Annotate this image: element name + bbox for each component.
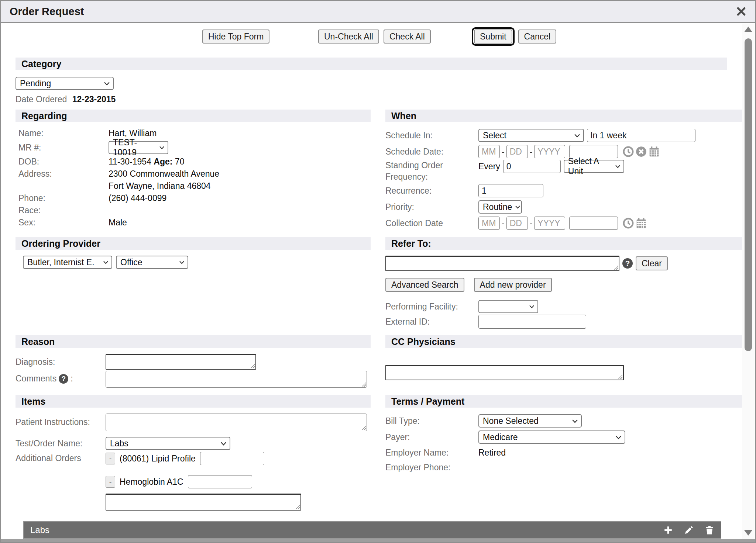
- phone-value: (260) 444-0099: [109, 193, 166, 203]
- name-label: Name:: [18, 128, 109, 138]
- test-order-select[interactable]: Labs: [106, 437, 230, 450]
- help-icon[interactable]: ?: [59, 374, 68, 384]
- standing-order-frequency-label: Standing OrderFrequency:: [385, 160, 478, 183]
- comments-textarea[interactable]: [106, 371, 367, 388]
- schedule-in-select[interactable]: Select: [478, 129, 584, 142]
- bill-type-value: None Selected: [483, 416, 539, 426]
- priority-label: Priority:: [385, 202, 478, 212]
- check-all-button[interactable]: Check All: [384, 30, 431, 44]
- close-button[interactable]: [736, 6, 746, 17]
- collection-date-dd-input[interactable]: [506, 217, 528, 230]
- items-header: Items: [16, 395, 371, 408]
- every-input[interactable]: [503, 160, 561, 173]
- title-bar: Order Request: [1, 1, 755, 23]
- refer-to-input[interactable]: [385, 256, 619, 271]
- phone-label: Phone:: [18, 193, 109, 203]
- external-id-input[interactable]: [478, 315, 586, 329]
- date-separator: -: [502, 147, 505, 157]
- hide-top-form-button[interactable]: Hide Top Form: [202, 30, 269, 44]
- payer-value: Medicare: [483, 432, 518, 442]
- labs-panel-header: Labs: [24, 522, 721, 539]
- collection-date-yyyy-input[interactable]: [534, 217, 565, 230]
- clear-date-icon[interactable]: [636, 146, 647, 157]
- schedule-in-label: Schedule In:: [385, 131, 478, 141]
- schedule-in-text-input[interactable]: [587, 129, 695, 142]
- help-icon[interactable]: ?: [622, 258, 633, 269]
- cancel-button[interactable]: Cancel: [518, 30, 557, 44]
- dialog-title: Order Request: [10, 6, 84, 18]
- bill-type-select[interactable]: None Selected: [478, 414, 582, 428]
- cc-physicians-section: CC Physicians: [385, 335, 742, 389]
- schedule-date-yyyy-input[interactable]: [534, 145, 565, 158]
- scroll-down-icon[interactable]: [744, 530, 752, 536]
- trash-icon[interactable]: [705, 525, 714, 535]
- close-icon: [736, 6, 746, 17]
- scroll-up-icon[interactable]: [744, 27, 752, 32]
- refer-to-header: Refer To:: [385, 237, 742, 250]
- order-qty-input[interactable]: [200, 452, 264, 465]
- unit-select[interactable]: Select A Unit: [564, 160, 624, 173]
- priority-select[interactable]: Routine: [478, 200, 522, 214]
- regarding-section: Regarding Name:Hart, William MR #: TEST-…: [16, 110, 371, 231]
- pencil-icon[interactable]: [684, 525, 694, 535]
- employer-name-label: Employer Name:: [385, 448, 478, 458]
- payer-select[interactable]: Medicare: [478, 430, 625, 444]
- remove-order-button[interactable]: -: [106, 453, 115, 464]
- advanced-search-button[interactable]: Advanced Search: [385, 278, 464, 292]
- labs-panel-title: Labs: [30, 525, 49, 535]
- performing-facility-label: Performing Facility:: [385, 302, 478, 312]
- dob-value: 11-30-1954 Age: 70: [109, 157, 184, 167]
- submit-button[interactable]: Submit: [474, 30, 512, 44]
- add-item-icon[interactable]: [663, 525, 673, 535]
- provider-location-select[interactable]: Office: [116, 256, 188, 269]
- dob-label: DOB:: [18, 157, 109, 167]
- collection-date-mm-input[interactable]: [478, 217, 500, 230]
- comments-label: Comments?:: [16, 374, 106, 384]
- test-order-name-label: Test/Order Name:: [16, 439, 106, 449]
- sex-label: Sex:: [18, 218, 109, 228]
- toolbar-left-group: Hide Top Form: [202, 30, 269, 44]
- performing-facility-select[interactable]: [478, 300, 538, 313]
- schedule-in-value: Select: [483, 131, 506, 141]
- order-name: (80061) Lipid Profile: [120, 454, 196, 464]
- diagnosis-label: Diagnosis:: [16, 357, 106, 367]
- add-new-provider-button[interactable]: Add new provider: [474, 278, 552, 292]
- scrollbar-thumb[interactable]: [745, 38, 752, 351]
- refer-to-section: Refer To: ? Clear Advanced Search Add ne…: [385, 237, 742, 329]
- chevron-down-icon: [574, 134, 580, 138]
- unit-value: Select A Unit: [568, 156, 612, 176]
- ordering-provider-header: Ordering Provider: [16, 237, 371, 250]
- address-line2: Fort Wayne, Indiana 46804: [109, 181, 211, 191]
- chevron-down-icon: [615, 435, 622, 439]
- calendar-icon[interactable]: [649, 146, 660, 157]
- calendar-icon[interactable]: [636, 218, 647, 229]
- ordering-provider-section: Ordering Provider Butler, Internist E. O…: [16, 237, 371, 329]
- payer-label: Payer:: [385, 432, 478, 442]
- order-qty-input[interactable]: [188, 475, 252, 488]
- mr-number-select[interactable]: TEST-10019: [109, 141, 168, 154]
- chevron-down-icon: [104, 82, 110, 86]
- cc-physicians-input[interactable]: [385, 365, 624, 380]
- ordering-provider-value: Butler, Internist E.: [27, 257, 94, 267]
- category-select[interactable]: Pending: [16, 77, 114, 90]
- terms-payment-header: Terms / Payment: [385, 395, 742, 408]
- bill-type-label: Bill Type:: [385, 416, 478, 426]
- schedule-date-mm-input[interactable]: [478, 145, 500, 158]
- clock-icon[interactable]: [623, 218, 634, 229]
- ordering-provider-select[interactable]: Butler, Internist E.: [23, 256, 112, 269]
- remove-order-button[interactable]: -: [106, 476, 115, 488]
- schedule-date-dd-input[interactable]: [506, 145, 528, 158]
- collection-date-time-input[interactable]: [569, 217, 618, 230]
- patient-instructions-textarea[interactable]: [106, 414, 367, 431]
- toolbar-check-group: Un-Check All Check All: [318, 30, 431, 44]
- order-name: Hemoglobin A1C: [120, 477, 183, 487]
- clear-button[interactable]: Clear: [636, 256, 668, 270]
- chevron-down-icon: [159, 146, 165, 149]
- chevron-down-icon: [515, 205, 520, 209]
- recurrence-input[interactable]: [478, 184, 543, 197]
- category-header: Category: [16, 58, 727, 70]
- uncheck-all-button[interactable]: Un-Check All: [318, 30, 379, 44]
- diagnosis-input[interactable]: [106, 354, 256, 370]
- additional-order-search-input[interactable]: [106, 494, 301, 511]
- clock-icon[interactable]: [623, 146, 634, 157]
